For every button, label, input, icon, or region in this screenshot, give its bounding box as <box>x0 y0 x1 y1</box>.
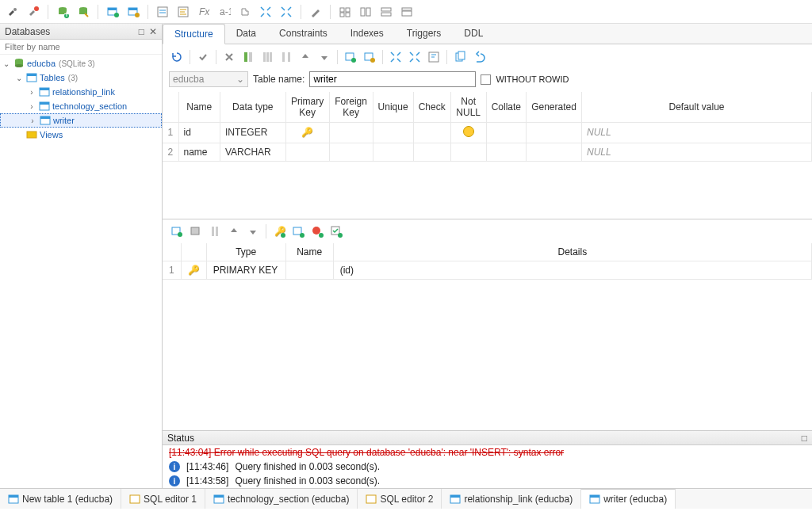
sql-editor-icon[interactable] <box>155 4 170 20</box>
svg-rect-14 <box>158 7 167 17</box>
tab-indexes[interactable]: Indexes <box>339 24 396 44</box>
col-h-type[interactable]: Data type <box>220 92 286 122</box>
cons-h-name[interactable]: Name <box>285 243 333 261</box>
add-col-icon[interactable] <box>240 49 256 65</box>
gen-query-icon[interactable] <box>426 49 442 65</box>
add-check-icon[interactable] <box>328 223 344 239</box>
table-row[interactable]: 1 id INTEGER 🔑 NULL <box>163 122 812 143</box>
cons-h-details[interactable]: Details <box>333 243 811 261</box>
layout3-icon[interactable] <box>378 4 394 20</box>
undock-icon[interactable]: □ <box>802 433 807 444</box>
move-up-icon[interactable] <box>297 49 313 65</box>
svg-rect-58 <box>216 227 218 236</box>
svg-text:a-1: a-1 <box>220 6 231 17</box>
layout4-icon[interactable] <box>399 4 415 20</box>
col-h-default[interactable]: Default value <box>582 92 812 122</box>
btab-writer[interactable]: writer (educba) <box>581 489 676 509</box>
table-name-input[interactable] <box>309 71 476 87</box>
col-h-check[interactable]: Check <box>413 92 450 122</box>
constr-cols-icon[interactable] <box>207 223 223 239</box>
extension-icon[interactable] <box>237 4 253 20</box>
structure-tabs: Structure Data Constraints Indexes Trigg… <box>163 24 812 44</box>
bottom-tabs: New table 1 (educba) SQL editor 1 techno… <box>0 488 812 509</box>
tab-data[interactable]: Data <box>225 24 268 44</box>
undock-icon[interactable]: □ <box>139 26 144 37</box>
tables-node[interactable]: ⌄ Tables (3) <box>0 71 162 85</box>
add-pk-icon[interactable]: 🔑 <box>271 223 287 239</box>
btab-tech[interactable]: technology_section (educba) <box>205 489 358 509</box>
col-h-unique[interactable]: Unique <box>373 92 413 122</box>
expand-icon[interactable] <box>258 4 274 20</box>
refresh-icon[interactable] <box>169 49 185 65</box>
new-table-icon[interactable] <box>105 4 121 20</box>
commit-icon[interactable] <box>195 49 211 65</box>
without-rowid-checkbox[interactable] <box>481 74 491 85</box>
collapse-all-icon[interactable] <box>407 49 423 65</box>
collapse-icon[interactable] <box>278 4 294 20</box>
btab-new-table[interactable]: New table 1 (educba) <box>0 489 121 509</box>
constr-up-icon[interactable] <box>226 223 242 239</box>
constr-down-icon[interactable] <box>245 223 261 239</box>
undo-icon[interactable] <box>471 49 487 65</box>
table-row[interactable]: 1 🔑 PRIMARY KEY (id) <box>163 261 812 280</box>
cons-h-type[interactable]: Type <box>206 243 285 261</box>
svg-rect-72 <box>366 495 376 503</box>
svg-rect-69 <box>130 495 140 503</box>
settings-icon[interactable] <box>308 4 324 20</box>
disconnect-icon[interactable] <box>25 4 41 20</box>
table-node-selected[interactable]: › writer <box>0 113 162 128</box>
col-h-name[interactable]: Name <box>178 92 220 122</box>
btab-rel[interactable]: relationship_link (educba) <box>442 489 581 509</box>
col-action-icon[interactable] <box>278 49 294 65</box>
table-node[interactable]: › technology_section <box>0 99 162 113</box>
delete-col-icon[interactable] <box>221 49 237 65</box>
svg-rect-24 <box>381 8 391 11</box>
svg-point-48 <box>351 58 356 63</box>
copy-icon[interactable] <box>452 49 468 65</box>
close-panel-icon[interactable]: ✕ <box>149 26 157 37</box>
fx-icon[interactable]: Fx <box>196 4 212 20</box>
create-similar2-icon[interactable] <box>362 49 377 65</box>
btab-sql2[interactable]: SQL editor 2 <box>358 489 442 509</box>
col-h-collate[interactable]: Collate <box>486 92 526 122</box>
col-h-gen[interactable]: Generated <box>527 92 582 122</box>
svg-rect-53 <box>458 52 465 59</box>
svg-rect-9 <box>108 8 117 10</box>
edit-table-icon[interactable] <box>125 4 141 20</box>
add-unique-icon[interactable] <box>309 223 325 239</box>
svg-rect-57 <box>212 227 214 236</box>
connect-icon[interactable] <box>5 4 21 20</box>
col-h-notnull[interactable]: Not NULL <box>450 92 486 122</box>
table-node[interactable]: › relationship_link <box>0 85 162 99</box>
svg-rect-71 <box>214 495 224 498</box>
db-tree: ⌄ educba (SQLite 3) ⌄ Tables (3) › relat… <box>0 55 162 488</box>
db-node[interactable]: ⌄ educba (SQLite 3) <box>0 56 162 71</box>
btab-sql1[interactable]: SQL editor 1 <box>121 489 205 509</box>
db-select[interactable]: educba⌄ <box>169 71 248 87</box>
create-similar-icon[interactable] <box>343 49 358 65</box>
table-row[interactable]: 2 name VARCHAR NULL <box>163 143 812 161</box>
svg-rect-19 <box>346 8 350 12</box>
views-node[interactable]: Views <box>0 128 162 142</box>
col-h-pk[interactable]: Primary Key <box>285 92 329 122</box>
svg-point-50 <box>370 58 375 63</box>
move-down-icon[interactable] <box>316 49 332 65</box>
tab-structure[interactable]: Structure <box>163 24 225 44</box>
tab-triggers[interactable]: Triggers <box>396 24 454 44</box>
svg-text:+: + <box>63 9 69 18</box>
tab-ddl[interactable]: DDL <box>453 24 495 44</box>
add-constr-icon[interactable] <box>169 223 185 239</box>
layout1-icon[interactable] <box>337 4 353 20</box>
history-icon[interactable] <box>175 4 191 20</box>
layout2-icon[interactable] <box>358 4 373 20</box>
col-h-fk[interactable]: Foreign Key <box>329 92 373 122</box>
tab-constraints[interactable]: Constraints <box>268 24 339 44</box>
del-constr-icon[interactable] <box>188 223 204 239</box>
edit-db-icon[interactable] <box>75 4 91 20</box>
insert-col-icon[interactable] <box>259 49 275 65</box>
filter-input[interactable] <box>0 40 162 55</box>
add-db-icon[interactable]: + <box>55 4 71 20</box>
collation-icon[interactable]: a-1 <box>216 4 232 20</box>
expand-all-icon[interactable] <box>388 49 404 65</box>
add-fk-icon[interactable] <box>290 223 306 239</box>
